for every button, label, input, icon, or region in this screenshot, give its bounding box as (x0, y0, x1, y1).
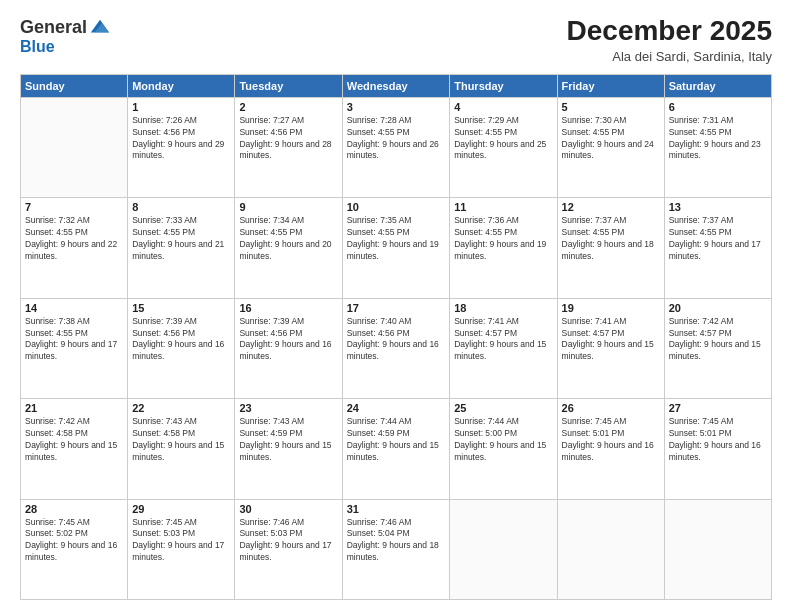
day-info: Sunrise: 7:33 AMSunset: 4:55 PMDaylight:… (132, 215, 230, 263)
day-info: Sunrise: 7:26 AMSunset: 4:56 PMDaylight:… (132, 115, 230, 163)
calendar-cell: 6Sunrise: 7:31 AMSunset: 4:55 PMDaylight… (664, 97, 771, 197)
calendar-cell: 18Sunrise: 7:41 AMSunset: 4:57 PMDayligh… (450, 298, 557, 398)
calendar-cell: 25Sunrise: 7:44 AMSunset: 5:00 PMDayligh… (450, 399, 557, 499)
day-number: 29 (132, 503, 230, 515)
day-info: Sunrise: 7:27 AMSunset: 4:56 PMDaylight:… (239, 115, 337, 163)
location: Ala dei Sardi, Sardinia, Italy (567, 49, 772, 64)
calendar-cell: 28Sunrise: 7:45 AMSunset: 5:02 PMDayligh… (21, 499, 128, 599)
day-number: 3 (347, 101, 445, 113)
logo-blue: Blue (20, 38, 55, 55)
day-info: Sunrise: 7:36 AMSunset: 4:55 PMDaylight:… (454, 215, 552, 263)
day-number: 9 (239, 201, 337, 213)
day-header-tuesday: Tuesday (235, 74, 342, 97)
day-info: Sunrise: 7:44 AMSunset: 4:59 PMDaylight:… (347, 416, 445, 464)
calendar-cell: 12Sunrise: 7:37 AMSunset: 4:55 PMDayligh… (557, 198, 664, 298)
day-number: 14 (25, 302, 123, 314)
day-number: 18 (454, 302, 552, 314)
day-info: Sunrise: 7:45 AMSunset: 5:01 PMDaylight:… (562, 416, 660, 464)
calendar-cell: 17Sunrise: 7:40 AMSunset: 4:56 PMDayligh… (342, 298, 449, 398)
day-info: Sunrise: 7:38 AMSunset: 4:55 PMDaylight:… (25, 316, 123, 364)
day-header-saturday: Saturday (664, 74, 771, 97)
day-info: Sunrise: 7:46 AMSunset: 5:03 PMDaylight:… (239, 517, 337, 565)
day-number: 2 (239, 101, 337, 113)
calendar-cell: 22Sunrise: 7:43 AMSunset: 4:58 PMDayligh… (128, 399, 235, 499)
day-info: Sunrise: 7:46 AMSunset: 5:04 PMDaylight:… (347, 517, 445, 565)
day-number: 11 (454, 201, 552, 213)
day-number: 26 (562, 402, 660, 414)
day-number: 27 (669, 402, 767, 414)
logo: General Blue (20, 16, 111, 56)
calendar-cell (450, 499, 557, 599)
month-title: December 2025 (567, 16, 772, 47)
calendar-cell: 14Sunrise: 7:38 AMSunset: 4:55 PMDayligh… (21, 298, 128, 398)
calendar-cell: 20Sunrise: 7:42 AMSunset: 4:57 PMDayligh… (664, 298, 771, 398)
day-number: 31 (347, 503, 445, 515)
day-number: 22 (132, 402, 230, 414)
calendar-cell: 4Sunrise: 7:29 AMSunset: 4:55 PMDaylight… (450, 97, 557, 197)
day-header-wednesday: Wednesday (342, 74, 449, 97)
day-number: 12 (562, 201, 660, 213)
day-number: 28 (25, 503, 123, 515)
day-number: 5 (562, 101, 660, 113)
day-number: 17 (347, 302, 445, 314)
day-number: 23 (239, 402, 337, 414)
calendar-header-row: SundayMondayTuesdayWednesdayThursdayFrid… (21, 74, 772, 97)
page: General Blue December 2025 Ala dei Sardi… (0, 0, 792, 612)
calendar-week-row: 28Sunrise: 7:45 AMSunset: 5:02 PMDayligh… (21, 499, 772, 599)
calendar-cell: 7Sunrise: 7:32 AMSunset: 4:55 PMDaylight… (21, 198, 128, 298)
calendar-week-row: 14Sunrise: 7:38 AMSunset: 4:55 PMDayligh… (21, 298, 772, 398)
day-number: 20 (669, 302, 767, 314)
day-info: Sunrise: 7:42 AMSunset: 4:58 PMDaylight:… (25, 416, 123, 464)
logo-general: General (20, 17, 87, 38)
day-number: 24 (347, 402, 445, 414)
day-number: 6 (669, 101, 767, 113)
day-info: Sunrise: 7:39 AMSunset: 4:56 PMDaylight:… (239, 316, 337, 364)
day-info: Sunrise: 7:37 AMSunset: 4:55 PMDaylight:… (669, 215, 767, 263)
calendar-cell: 5Sunrise: 7:30 AMSunset: 4:55 PMDaylight… (557, 97, 664, 197)
day-info: Sunrise: 7:30 AMSunset: 4:55 PMDaylight:… (562, 115, 660, 163)
calendar-cell: 26Sunrise: 7:45 AMSunset: 5:01 PMDayligh… (557, 399, 664, 499)
day-info: Sunrise: 7:44 AMSunset: 5:00 PMDaylight:… (454, 416, 552, 464)
day-info: Sunrise: 7:41 AMSunset: 4:57 PMDaylight:… (562, 316, 660, 364)
day-header-thursday: Thursday (450, 74, 557, 97)
calendar-cell (21, 97, 128, 197)
day-number: 4 (454, 101, 552, 113)
day-info: Sunrise: 7:40 AMSunset: 4:56 PMDaylight:… (347, 316, 445, 364)
title-block: December 2025 Ala dei Sardi, Sardinia, I… (567, 16, 772, 64)
day-number: 19 (562, 302, 660, 314)
day-header-sunday: Sunday (21, 74, 128, 97)
calendar-cell: 1Sunrise: 7:26 AMSunset: 4:56 PMDaylight… (128, 97, 235, 197)
day-number: 7 (25, 201, 123, 213)
calendar-cell: 29Sunrise: 7:45 AMSunset: 5:03 PMDayligh… (128, 499, 235, 599)
calendar-cell: 10Sunrise: 7:35 AMSunset: 4:55 PMDayligh… (342, 198, 449, 298)
day-info: Sunrise: 7:39 AMSunset: 4:56 PMDaylight:… (132, 316, 230, 364)
calendar-week-row: 21Sunrise: 7:42 AMSunset: 4:58 PMDayligh… (21, 399, 772, 499)
calendar-cell: 31Sunrise: 7:46 AMSunset: 5:04 PMDayligh… (342, 499, 449, 599)
day-info: Sunrise: 7:43 AMSunset: 4:58 PMDaylight:… (132, 416, 230, 464)
day-info: Sunrise: 7:29 AMSunset: 4:55 PMDaylight:… (454, 115, 552, 163)
day-info: Sunrise: 7:45 AMSunset: 5:02 PMDaylight:… (25, 517, 123, 565)
day-info: Sunrise: 7:32 AMSunset: 4:55 PMDaylight:… (25, 215, 123, 263)
calendar-cell: 11Sunrise: 7:36 AMSunset: 4:55 PMDayligh… (450, 198, 557, 298)
day-number: 25 (454, 402, 552, 414)
calendar-table: SundayMondayTuesdayWednesdayThursdayFrid… (20, 74, 772, 600)
day-header-friday: Friday (557, 74, 664, 97)
calendar-cell: 13Sunrise: 7:37 AMSunset: 4:55 PMDayligh… (664, 198, 771, 298)
day-number: 16 (239, 302, 337, 314)
calendar-cell: 2Sunrise: 7:27 AMSunset: 4:56 PMDaylight… (235, 97, 342, 197)
day-info: Sunrise: 7:43 AMSunset: 4:59 PMDaylight:… (239, 416, 337, 464)
day-info: Sunrise: 7:45 AMSunset: 5:03 PMDaylight:… (132, 517, 230, 565)
calendar-cell: 27Sunrise: 7:45 AMSunset: 5:01 PMDayligh… (664, 399, 771, 499)
day-info: Sunrise: 7:41 AMSunset: 4:57 PMDaylight:… (454, 316, 552, 364)
calendar-cell: 15Sunrise: 7:39 AMSunset: 4:56 PMDayligh… (128, 298, 235, 398)
calendar-cell: 30Sunrise: 7:46 AMSunset: 5:03 PMDayligh… (235, 499, 342, 599)
day-info: Sunrise: 7:35 AMSunset: 4:55 PMDaylight:… (347, 215, 445, 263)
calendar-cell: 9Sunrise: 7:34 AMSunset: 4:55 PMDaylight… (235, 198, 342, 298)
calendar-week-row: 7Sunrise: 7:32 AMSunset: 4:55 PMDaylight… (21, 198, 772, 298)
day-number: 30 (239, 503, 337, 515)
day-number: 15 (132, 302, 230, 314)
calendar-cell: 23Sunrise: 7:43 AMSunset: 4:59 PMDayligh… (235, 399, 342, 499)
day-number: 10 (347, 201, 445, 213)
day-number: 1 (132, 101, 230, 113)
logo-icon (89, 16, 111, 38)
